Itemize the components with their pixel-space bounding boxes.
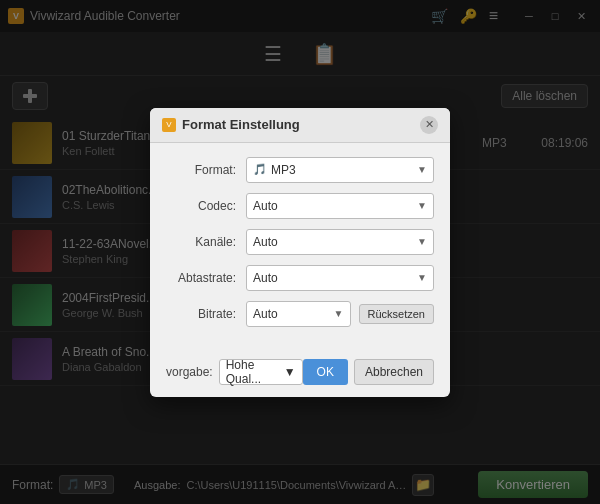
codec-label: Codec: bbox=[166, 199, 246, 213]
cancel-button[interactable]: Abbrechen bbox=[354, 359, 434, 385]
format-label: Format: bbox=[166, 163, 246, 177]
channels-select[interactable]: Auto ▼ bbox=[246, 229, 434, 255]
samplerate-label: Abtastrate: bbox=[166, 271, 246, 285]
dialog-body: Format: 🎵 MP3 ▼ Codec: Auto ▼ bbox=[150, 143, 450, 351]
bitrate-row: Bitrate: Auto ▼ Rücksetzen bbox=[166, 301, 434, 327]
channels-row: Kanäle: Auto ▼ bbox=[166, 229, 434, 255]
preset-row: vorgabe: Hohe Qual... ▼ bbox=[166, 359, 303, 385]
dialog-close-button[interactable]: ✕ bbox=[420, 116, 438, 134]
dialog-header: V Format Einstellung ✕ bbox=[150, 108, 450, 143]
format-select[interactable]: 🎵 MP3 ▼ bbox=[246, 157, 434, 183]
dialog-title: Format Einstellung bbox=[182, 117, 300, 132]
bitrate-chevron: ▼ bbox=[334, 308, 344, 319]
format-mp3-icon: 🎵 bbox=[253, 163, 267, 176]
samplerate-select[interactable]: Auto ▼ bbox=[246, 265, 434, 291]
format-settings-dialog: V Format Einstellung ✕ Format: 🎵 MP3 ▼ C… bbox=[150, 108, 450, 397]
dialog-buttons: OK Abbrechen bbox=[303, 359, 434, 385]
codec-select[interactable]: Auto ▼ bbox=[246, 193, 434, 219]
dialog-title-row: V Format Einstellung bbox=[162, 117, 300, 132]
bitrate-label: Bitrate: bbox=[166, 307, 246, 321]
ok-button[interactable]: OK bbox=[303, 359, 348, 385]
format-chevron: ▼ bbox=[417, 164, 427, 175]
reset-button[interactable]: Rücksetzen bbox=[359, 304, 434, 324]
dialog-footer: vorgabe: Hohe Qual... ▼ OK Abbrechen bbox=[150, 351, 450, 397]
modal-overlay[interactable]: V Format Einstellung ✕ Format: 🎵 MP3 ▼ C… bbox=[0, 0, 600, 504]
preset-chevron: ▼ bbox=[284, 365, 296, 379]
samplerate-row: Abtastrate: Auto ▼ bbox=[166, 265, 434, 291]
channels-label: Kanäle: bbox=[166, 235, 246, 249]
codec-row: Codec: Auto ▼ bbox=[166, 193, 434, 219]
dialog-icon: V bbox=[162, 118, 176, 132]
samplerate-chevron: ▼ bbox=[417, 272, 427, 283]
codec-chevron: ▼ bbox=[417, 200, 427, 211]
preset-label: vorgabe: bbox=[166, 365, 213, 379]
channels-chevron: ▼ bbox=[417, 236, 427, 247]
preset-select[interactable]: Hohe Qual... ▼ bbox=[219, 359, 303, 385]
format-row: Format: 🎵 MP3 ▼ bbox=[166, 157, 434, 183]
bitrate-select[interactable]: Auto ▼ bbox=[246, 301, 351, 327]
